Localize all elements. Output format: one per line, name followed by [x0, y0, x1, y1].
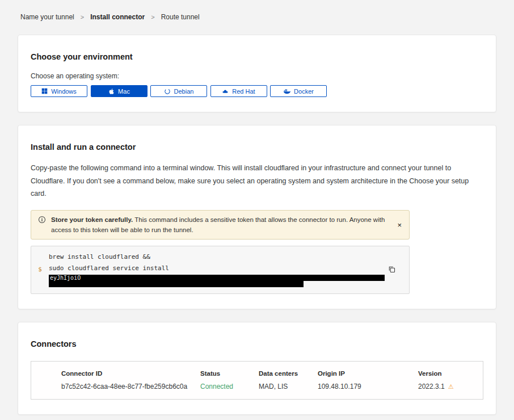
version-cell: 2022.3.1 ⚠ — [418, 383, 483, 390]
header-origin-ip: Origin IP — [318, 370, 418, 377]
os-button-label: Docker — [294, 88, 314, 95]
terminal-prompt: $ — [31, 266, 49, 273]
os-button-label: Mac — [118, 88, 130, 95]
install-description: Copy-paste the following command into a … — [31, 162, 483, 200]
breadcrumb-step-name-your-tunnel[interactable]: Name your tunnel — [20, 13, 74, 21]
table-row: b7c52c42-6caa-48ee-8c77-fbe259cb6c0a Con… — [31, 380, 483, 399]
os-button-redhat[interactable]: Red Hat — [210, 85, 267, 97]
breadcrumb-step-route-tunnel[interactable]: Route tunnel — [161, 13, 200, 21]
warning-triangle-icon: ⚠ — [448, 383, 454, 390]
apple-icon — [108, 88, 115, 95]
table-header-row: Connector ID Status Data centers Origin … — [31, 362, 483, 380]
os-button-debian[interactable]: Debian — [150, 85, 207, 97]
choose-environment-title: Choose your environment — [31, 52, 483, 61]
tunnel-setup-page: Name your tunnel > Install connector > R… — [0, 0, 514, 420]
origin-ip-cell: 109.48.10.179 — [318, 383, 418, 390]
chevron-separator-icon: > — [81, 14, 84, 20]
info-circle-icon — [38, 216, 46, 226]
install-connector-title: Install and run a connector — [31, 142, 483, 152]
connectors-card: Connectors Connector ID Status Data cent… — [18, 322, 496, 415]
data-centers-cell: MAD, LIS — [259, 383, 318, 390]
install-connector-card: Install and run a connector Copy-paste t… — [18, 125, 496, 309]
close-icon[interactable]: × — [394, 220, 405, 229]
connector-id-cell: b7c52c42-6caa-48ee-8c77-fbe259cb6c0a — [31, 383, 200, 390]
os-button-label: Debian — [174, 88, 194, 95]
header-data-centers: Data centers — [259, 370, 318, 377]
windows-icon — [41, 88, 48, 94]
choose-environment-card: Choose your environment Choose an operat… — [18, 35, 496, 112]
redacted-token-bar — [49, 281, 304, 287]
code-line-2: sudo cloudflared service install — [49, 263, 385, 274]
connectors-title: Connectors — [31, 339, 483, 348]
status-badge: Connected — [200, 383, 259, 390]
chevron-separator-icon: > — [151, 14, 154, 20]
header-version: Version — [418, 370, 483, 377]
os-button-windows[interactable]: Windows — [31, 85, 87, 97]
token-warning-banner: Store your token carefully. This command… — [31, 210, 410, 240]
connectors-table: Connector ID Status Data centers Origin … — [31, 361, 483, 400]
os-select-label: Choose an operating system: — [31, 72, 483, 80]
os-button-label: Red Hat — [232, 88, 255, 95]
code-line-1: brew install cloudflared && — [49, 251, 385, 263]
install-command-lines: brew install cloudflared && sudo cloudfl… — [49, 251, 385, 287]
debian-icon — [164, 88, 171, 95]
redhat-icon — [222, 88, 229, 95]
token-visible-prefix: eyJhIjoiO — [49, 275, 81, 281]
breadcrumb: Name your tunnel > Install connector > R… — [18, 0, 496, 35]
copy-icon[interactable] — [387, 264, 397, 276]
token-warning-bold: Store your token carefully. — [51, 216, 133, 223]
os-button-docker[interactable]: Docker — [270, 85, 327, 97]
redacted-token-bar: eyJhIjoiO — [49, 275, 385, 281]
os-button-group: Windows Mac Debian Red Hat — [31, 85, 483, 97]
os-button-label: Windows — [51, 88, 77, 95]
version-value: 2022.3.1 — [418, 383, 445, 390]
token-warning-text: Store your token carefully. This command… — [51, 215, 390, 236]
docker-icon — [283, 87, 290, 95]
install-command-block: $ brew install cloudflared && sudo cloud… — [31, 246, 410, 294]
breadcrumb-step-install-connector[interactable]: Install connector — [90, 13, 145, 21]
os-button-mac[interactable]: Mac — [91, 85, 148, 97]
header-connector-id: Connector ID — [31, 370, 200, 377]
header-status: Status — [200, 370, 259, 377]
